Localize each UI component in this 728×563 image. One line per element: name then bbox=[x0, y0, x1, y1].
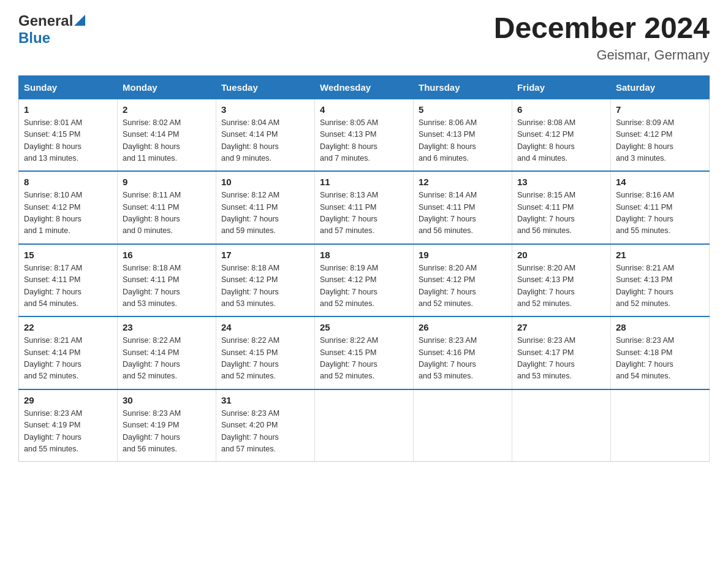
day-number: 21 bbox=[616, 250, 704, 260]
calendar-title: December 2024 bbox=[494, 12, 710, 45]
calendar-cell: 13Sunrise: 8:15 AM Sunset: 4:11 PM Dayli… bbox=[512, 171, 611, 244]
day-number: 6 bbox=[517, 104, 605, 115]
calendar-cell bbox=[611, 389, 710, 462]
calendar-cell: 9Sunrise: 8:11 AM Sunset: 4:11 PM Daylig… bbox=[118, 171, 216, 244]
day-info: Sunrise: 8:09 AM Sunset: 4:12 PM Dayligh… bbox=[616, 117, 704, 165]
day-info: Sunrise: 8:23 AM Sunset: 4:16 PM Dayligh… bbox=[419, 335, 507, 383]
calendar-cell: 7Sunrise: 8:09 AM Sunset: 4:12 PM Daylig… bbox=[611, 99, 710, 171]
day-info: Sunrise: 8:22 AM Sunset: 4:15 PM Dayligh… bbox=[320, 335, 408, 383]
title-block: December 2024 Geismar, Germany bbox=[494, 12, 710, 63]
calendar-cell: 14Sunrise: 8:16 AM Sunset: 4:11 PM Dayli… bbox=[611, 171, 710, 244]
day-info: Sunrise: 8:17 AM Sunset: 4:11 PM Dayligh… bbox=[24, 262, 112, 310]
calendar-cell: 10Sunrise: 8:12 AM Sunset: 4:11 PM Dayli… bbox=[216, 171, 315, 244]
calendar-cell: 26Sunrise: 8:23 AM Sunset: 4:16 PM Dayli… bbox=[414, 316, 512, 389]
day-info: Sunrise: 8:13 AM Sunset: 4:11 PM Dayligh… bbox=[320, 190, 408, 237]
calendar-cell: 25Sunrise: 8:22 AM Sunset: 4:15 PM Dayli… bbox=[315, 316, 414, 389]
calendar-cell: 5Sunrise: 8:06 AM Sunset: 4:13 PM Daylig… bbox=[414, 99, 512, 171]
day-number: 9 bbox=[123, 177, 211, 187]
day-info: Sunrise: 8:23 AM Sunset: 4:18 PM Dayligh… bbox=[616, 335, 704, 383]
day-number: 23 bbox=[123, 322, 211, 332]
calendar-cell: 12Sunrise: 8:14 AM Sunset: 4:11 PM Dayli… bbox=[414, 171, 512, 244]
day-number: 15 bbox=[24, 250, 112, 260]
day-number: 25 bbox=[320, 322, 408, 332]
day-number: 4 bbox=[320, 104, 408, 115]
day-number: 20 bbox=[517, 250, 605, 260]
calendar-cell: 17Sunrise: 8:18 AM Sunset: 4:12 PM Dayli… bbox=[216, 244, 315, 317]
day-info: Sunrise: 8:04 AM Sunset: 4:14 PM Dayligh… bbox=[221, 117, 309, 165]
calendar-cell: 19Sunrise: 8:20 AM Sunset: 4:12 PM Dayli… bbox=[414, 244, 512, 317]
day-number: 17 bbox=[221, 250, 309, 260]
day-info: Sunrise: 8:23 AM Sunset: 4:20 PM Dayligh… bbox=[221, 408, 309, 456]
calendar-cell: 2Sunrise: 8:02 AM Sunset: 4:14 PM Daylig… bbox=[118, 99, 216, 171]
calendar-cell: 1Sunrise: 8:01 AM Sunset: 4:15 PM Daylig… bbox=[19, 99, 118, 171]
day-info: Sunrise: 8:19 AM Sunset: 4:12 PM Dayligh… bbox=[320, 262, 408, 310]
day-number: 13 bbox=[517, 177, 605, 187]
calendar-cell: 24Sunrise: 8:22 AM Sunset: 4:15 PM Dayli… bbox=[216, 316, 315, 389]
calendar-cell: 21Sunrise: 8:21 AM Sunset: 4:13 PM Dayli… bbox=[611, 244, 710, 317]
calendar-cell bbox=[315, 389, 414, 462]
day-number: 19 bbox=[419, 250, 507, 260]
day-info: Sunrise: 8:02 AM Sunset: 4:14 PM Dayligh… bbox=[123, 117, 211, 165]
calendar-week-row: 29Sunrise: 8:23 AM Sunset: 4:19 PM Dayli… bbox=[19, 389, 710, 462]
logo-general-text: General bbox=[18, 12, 73, 29]
day-number: 3 bbox=[221, 104, 309, 115]
day-number: 8 bbox=[24, 177, 112, 187]
calendar-week-row: 1Sunrise: 8:01 AM Sunset: 4:15 PM Daylig… bbox=[19, 99, 710, 171]
day-info: Sunrise: 8:23 AM Sunset: 4:17 PM Dayligh… bbox=[517, 335, 605, 383]
day-info: Sunrise: 8:06 AM Sunset: 4:13 PM Dayligh… bbox=[419, 117, 507, 165]
day-info: Sunrise: 8:01 AM Sunset: 4:15 PM Dayligh… bbox=[24, 117, 112, 165]
svg-marker-0 bbox=[74, 15, 85, 26]
day-info: Sunrise: 8:22 AM Sunset: 4:15 PM Dayligh… bbox=[221, 335, 309, 383]
day-number: 27 bbox=[517, 322, 605, 332]
day-number: 24 bbox=[221, 322, 309, 332]
day-info: Sunrise: 8:14 AM Sunset: 4:11 PM Dayligh… bbox=[419, 190, 507, 237]
weekday-header-thursday: Thursday bbox=[414, 75, 512, 99]
weekday-header-wednesday: Wednesday bbox=[315, 75, 414, 99]
day-info: Sunrise: 8:10 AM Sunset: 4:12 PM Dayligh… bbox=[24, 190, 112, 237]
day-number: 31 bbox=[221, 395, 309, 405]
weekday-header-tuesday: Tuesday bbox=[216, 75, 315, 99]
day-info: Sunrise: 8:20 AM Sunset: 4:13 PM Dayligh… bbox=[517, 262, 605, 310]
page-header: General Blue December 2024 Geismar, Germ… bbox=[18, 12, 710, 63]
day-info: Sunrise: 8:08 AM Sunset: 4:12 PM Dayligh… bbox=[517, 117, 605, 165]
day-info: Sunrise: 8:23 AM Sunset: 4:19 PM Dayligh… bbox=[123, 408, 211, 456]
weekday-header-monday: Monday bbox=[118, 75, 216, 99]
calendar-cell: 29Sunrise: 8:23 AM Sunset: 4:19 PM Dayli… bbox=[19, 389, 118, 462]
day-info: Sunrise: 8:05 AM Sunset: 4:13 PM Dayligh… bbox=[320, 117, 408, 165]
calendar-cell: 3Sunrise: 8:04 AM Sunset: 4:14 PM Daylig… bbox=[216, 99, 315, 171]
calendar-cell: 16Sunrise: 8:18 AM Sunset: 4:11 PM Dayli… bbox=[118, 244, 216, 317]
day-number: 30 bbox=[123, 395, 211, 405]
calendar-week-row: 15Sunrise: 8:17 AM Sunset: 4:11 PM Dayli… bbox=[19, 244, 710, 317]
day-info: Sunrise: 8:21 AM Sunset: 4:13 PM Dayligh… bbox=[616, 262, 704, 310]
day-info: Sunrise: 8:18 AM Sunset: 4:12 PM Dayligh… bbox=[221, 262, 309, 310]
calendar-cell bbox=[512, 389, 611, 462]
weekday-header-friday: Friday bbox=[512, 75, 611, 99]
day-number: 28 bbox=[616, 322, 704, 332]
day-info: Sunrise: 8:12 AM Sunset: 4:11 PM Dayligh… bbox=[221, 190, 309, 237]
calendar-subtitle: Geismar, Germany bbox=[494, 47, 710, 63]
day-info: Sunrise: 8:21 AM Sunset: 4:14 PM Dayligh… bbox=[24, 335, 112, 383]
day-number: 14 bbox=[616, 177, 704, 187]
calendar-cell: 18Sunrise: 8:19 AM Sunset: 4:12 PM Dayli… bbox=[315, 244, 414, 317]
day-number: 16 bbox=[123, 250, 211, 260]
logo-triangle-icon bbox=[74, 15, 85, 26]
calendar-cell: 8Sunrise: 8:10 AM Sunset: 4:12 PM Daylig… bbox=[19, 171, 118, 244]
calendar-cell: 31Sunrise: 8:23 AM Sunset: 4:20 PM Dayli… bbox=[216, 389, 315, 462]
calendar-cell: 20Sunrise: 8:20 AM Sunset: 4:13 PM Dayli… bbox=[512, 244, 611, 317]
logo-blue-text: Blue bbox=[18, 29, 50, 47]
day-info: Sunrise: 8:15 AM Sunset: 4:11 PM Dayligh… bbox=[517, 190, 605, 237]
day-info: Sunrise: 8:22 AM Sunset: 4:14 PM Dayligh… bbox=[123, 335, 211, 383]
day-number: 5 bbox=[419, 104, 507, 115]
calendar-cell: 28Sunrise: 8:23 AM Sunset: 4:18 PM Dayli… bbox=[611, 316, 710, 389]
day-info: Sunrise: 8:11 AM Sunset: 4:11 PM Dayligh… bbox=[123, 190, 211, 237]
day-number: 10 bbox=[221, 177, 309, 187]
day-number: 12 bbox=[419, 177, 507, 187]
logo: General Blue bbox=[18, 12, 85, 47]
calendar-week-row: 22Sunrise: 8:21 AM Sunset: 4:14 PM Dayli… bbox=[19, 316, 710, 389]
day-number: 1 bbox=[24, 104, 112, 115]
calendar-cell: 27Sunrise: 8:23 AM Sunset: 4:17 PM Dayli… bbox=[512, 316, 611, 389]
day-number: 26 bbox=[419, 322, 507, 332]
calendar-cell: 15Sunrise: 8:17 AM Sunset: 4:11 PM Dayli… bbox=[19, 244, 118, 317]
calendar-table: SundayMondayTuesdayWednesdayThursdayFrid… bbox=[18, 75, 710, 462]
weekday-header-row: SundayMondayTuesdayWednesdayThursdayFrid… bbox=[19, 75, 710, 99]
